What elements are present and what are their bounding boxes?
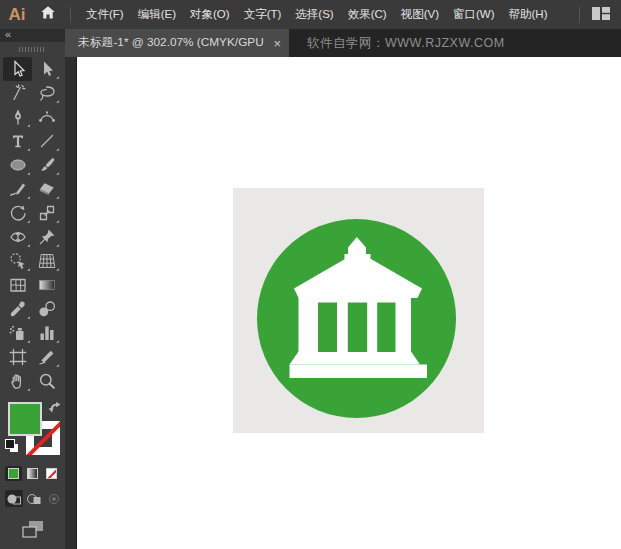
document-tab[interactable]: 未标题-1* @ 302.07% (CMYK/GPU 预览) × [65, 29, 289, 57]
panel-grip[interactable] [19, 47, 46, 52]
column-graph-tool[interactable] [32, 321, 61, 345]
symbol-sprayer-tool[interactable] [3, 321, 32, 345]
perspective-grid-tool[interactable] [32, 249, 61, 273]
home-button[interactable] [34, 5, 62, 24]
collapse-panel-icon: « [5, 28, 11, 40]
menu-item-edit[interactable]: 编辑(E) [131, 0, 183, 29]
tabbar: 未标题-1* @ 302.07% (CMYK/GPU 预览) × 软件自学网：W… [65, 29, 621, 57]
menubar-right [571, 6, 621, 24]
artboard-tool[interactable] [3, 345, 32, 369]
paintbrush-tool[interactable] [32, 153, 61, 177]
puppet-warp-tool[interactable] [32, 225, 61, 249]
menu-item-effect[interactable]: 效果(C) [341, 0, 394, 29]
shaper-tool[interactable] [3, 177, 32, 201]
menu-item-window[interactable]: 窗口(W) [446, 0, 502, 29]
swap-fill-stroke-icon[interactable] [48, 400, 62, 418]
magic-wand-tool[interactable] [3, 81, 32, 105]
fill-color-chip [8, 468, 19, 479]
menu-item-type[interactable]: 文字(T) [237, 0, 289, 29]
canvas[interactable] [77, 57, 621, 549]
menu-item-select[interactable]: 选择(S) [288, 0, 340, 29]
tab-close-icon[interactable]: × [265, 37, 281, 50]
fill-stroke-area [0, 400, 65, 466]
panel-collapse-strip[interactable]: « [0, 29, 65, 42]
direct-selection-tool[interactable] [32, 57, 61, 81]
eyedropper-tool[interactable] [3, 297, 32, 321]
workspace-switcher-icon[interactable] [588, 6, 614, 24]
menu-item-object[interactable]: 对象(O) [183, 0, 237, 29]
menubar-separator [70, 7, 71, 23]
screen-mode-button[interactable] [21, 520, 45, 543]
width-tool[interactable] [3, 225, 32, 249]
curvature-tool[interactable] [32, 105, 61, 129]
pen-tool[interactable] [3, 105, 32, 129]
draw-normal-button[interactable] [5, 490, 23, 507]
color-button[interactable] [5, 466, 22, 481]
home-icon [40, 5, 56, 24]
promo-text: 软件自学网：WWW.RJZXW.COM [307, 29, 505, 57]
none-button[interactable] [43, 466, 60, 481]
eraser-tool[interactable] [32, 177, 61, 201]
none-chip [46, 468, 57, 479]
bank-columns-gaps [318, 303, 396, 353]
selection-tool[interactable] [3, 57, 32, 81]
draw-inside-button[interactable] [45, 490, 63, 507]
bank-icon-artwork[interactable] [233, 188, 484, 433]
menu-item-help[interactable]: 帮助(H) [502, 0, 555, 29]
draw-behind-button[interactable] [25, 490, 43, 507]
scale-tool[interactable] [32, 201, 61, 225]
lasso-tool[interactable] [32, 81, 61, 105]
drawing-modes [5, 490, 63, 507]
rotate-tool[interactable] [3, 201, 32, 225]
default-fill-stroke-icon[interactable] [4, 438, 20, 454]
gradient-button[interactable] [24, 466, 41, 481]
gradient-tool[interactable] [32, 273, 61, 297]
menu-item-view[interactable]: 视图(V) [394, 0, 446, 29]
line-segment-tool[interactable] [32, 129, 61, 153]
document-tab-title: 未标题-1* @ 302.07% (CMYK/GPU 预览) [78, 35, 265, 51]
zoom-tool[interactable] [32, 369, 61, 393]
slice-tool[interactable] [32, 345, 61, 369]
color-buttons [5, 466, 60, 481]
menu-item-file[interactable]: 文件(F) [79, 0, 131, 29]
tools-grid [3, 57, 63, 393]
blend-tool[interactable] [32, 297, 61, 321]
fill-swatch[interactable] [8, 402, 42, 436]
mesh-tool[interactable] [3, 273, 32, 297]
ellipse-tool[interactable] [3, 153, 32, 177]
gradient-chip [27, 468, 38, 479]
shape-builder-tool[interactable] [3, 249, 32, 273]
menu-items: 文件(F)编辑(E)对象(O)文字(T)选择(S)效果(C)视图(V)窗口(W)… [79, 0, 554, 29]
ai-logo[interactable]: Ai [0, 5, 34, 25]
tools-panel [0, 42, 65, 549]
menubar: Ai 文件(F)编辑(E)对象(O)文字(T)选择(S)效果(C)视图(V)窗口… [0, 0, 621, 29]
illustrator-window: Ai 文件(F)编辑(E)对象(O)文字(T)选择(S)效果(C)视图(V)窗口… [0, 0, 621, 549]
type-tool[interactable] [3, 129, 32, 153]
panel-gutter [65, 57, 77, 549]
hand-tool[interactable] [3, 369, 32, 393]
menubar-separator-right [579, 7, 580, 23]
